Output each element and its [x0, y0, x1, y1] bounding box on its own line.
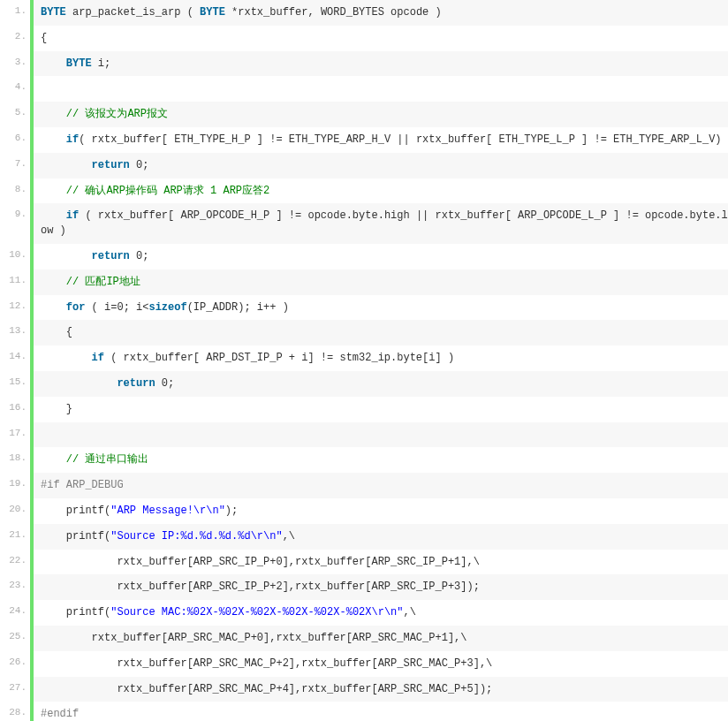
token-pl: ( rxtx_buffer[ ETH_TYPE_H_P ] != ETH_TYP… [79, 133, 721, 146]
token-pl [41, 159, 92, 171]
line-number: 3. [0, 51, 30, 77]
code-content[interactable]: rxtx_buffer[ARP_SRC_MAC_P+0],rxtx_buffer… [34, 626, 728, 651]
line-number: 22. [0, 550, 30, 575]
token-pl [41, 429, 47, 441]
code-content[interactable]: { [34, 26, 728, 51]
code-content[interactable]: if ( rxtx_buffer[ ARP_DST_IP_P + i] != s… [34, 345, 728, 371]
line-number: 13. [0, 320, 30, 345]
code-line: 10. return 0; [0, 244, 728, 269]
token-pl: rxtx_buffer[ARP_SRC_IP_P+0],rxtx_buffer[… [41, 556, 480, 568]
code-content[interactable]: BYTE i; [34, 51, 728, 77]
token-pl: ); [225, 505, 238, 517]
line-number: 9. [0, 203, 30, 244]
line-number: 26. [0, 651, 30, 677]
code-content[interactable]: printf("Source MAC:%02X-%02X-%02X-%02X-%… [34, 600, 728, 626]
token-st: "ARP Message!\r\n" [110, 505, 225, 517]
token-pl: ( i=0; i< [85, 301, 148, 314]
code-line: 22. rxtx_buffer[ARP_SRC_IP_P+0],rxtx_buf… [0, 550, 728, 575]
token-pl [41, 453, 66, 466]
code-content[interactable]: return 0; [34, 153, 728, 178]
token-pl [41, 352, 92, 364]
code-line: 12. for ( i=0; i<sizeof(IP_ADDR); i++ ) [0, 295, 728, 321]
code-line: 4. [0, 76, 728, 102]
code-content[interactable]: // 确认ARP操作码 ARP请求 1 ARP应答2 [34, 178, 728, 204]
token-pl: rxtx_buffer[ARP_SRC_MAC_P+4],rxtx_buffer… [41, 683, 492, 695]
code-line: 16. } [0, 397, 728, 422]
code-content[interactable]: rxtx_buffer[ARP_SRC_IP_P+0],rxtx_buffer[… [34, 550, 728, 575]
code-content[interactable]: { [34, 320, 728, 345]
line-number: 12. [0, 295, 30, 321]
token-pl: { [41, 326, 72, 338]
line-number: 18. [0, 447, 30, 473]
token-pl [41, 185, 66, 197]
token-kw: return [117, 377, 155, 390]
token-pl [41, 606, 66, 619]
code-content[interactable]: rxtx_buffer[ARP_SRC_IP_P+2],rxtx_buffer[… [34, 574, 728, 600]
code-line: 19.#if ARP_DEBUG [0, 473, 728, 498]
token-pl: 0; [155, 377, 175, 390]
token-fn: printf [66, 606, 104, 619]
token-pl: (IP_ADDR); i++ ) [187, 301, 289, 314]
code-content[interactable]: rxtx_buffer[ARP_SRC_MAC_P+4],rxtx_buffer… [34, 677, 728, 702]
token-kw: if [92, 352, 104, 364]
token-pl [41, 209, 66, 222]
line-number: 25. [0, 626, 30, 651]
code-line: 26. rxtx_buffer[ARP_SRC_MAC_P+2],rxtx_bu… [0, 651, 728, 677]
code-content[interactable]: rxtx_buffer[ARP_SRC_MAC_P+2],rxtx_buffer… [34, 651, 728, 677]
code-content[interactable]: if ( rxtx_buffer[ ARP_OPCODE_H_P ] != op… [34, 203, 728, 244]
token-pl [41, 377, 117, 390]
token-kw: for [66, 301, 86, 314]
line-number: 27. [0, 677, 30, 702]
code-content[interactable]: #if ARP_DEBUG [34, 473, 728, 498]
token-pp: #if ARP_DEBUG [41, 479, 124, 491]
code-content[interactable]: // 通过串口输出 [34, 447, 728, 473]
code-line: 15. return 0; [0, 371, 728, 397]
code-content[interactable] [34, 422, 728, 448]
token-kw: BYTE [200, 6, 225, 19]
code-content[interactable]: // 匹配IP地址 [34, 269, 728, 295]
code-line: 24. printf("Source MAC:%02X-%02X-%02X-%0… [0, 600, 728, 626]
line-number: 4. [0, 76, 30, 102]
code-content[interactable]: printf("ARP Message!\r\n"); [34, 498, 728, 524]
code-content[interactable]: if( rxtx_buffer[ ETH_TYPE_H_P ] != ETH_T… [34, 127, 728, 153]
code-content[interactable] [34, 76, 728, 102]
token-pl [41, 530, 66, 543]
code-line: 9. if ( rxtx_buffer[ ARP_OPCODE_H_P ] !=… [0, 203, 728, 244]
code-line: 1.BYTE arp_packet_is_arp ( BYTE *rxtx_bu… [0, 0, 728, 26]
line-number: 8. [0, 178, 30, 204]
code-content[interactable]: return 0; [34, 371, 728, 397]
token-pl [41, 133, 66, 146]
token-pl [41, 108, 66, 120]
line-number: 20. [0, 498, 30, 524]
token-pl [41, 57, 66, 70]
token-kw: BYTE [66, 57, 92, 70]
line-number: 24. [0, 600, 30, 626]
line-number: 5. [0, 102, 30, 127]
token-pl: ( rxtx_buffer[ ARP_OPCODE_H_P ] != opcod… [41, 209, 728, 237]
code-line: 5. // 该报文为ARP报文 [0, 102, 728, 127]
token-cm: // 确认ARP操作码 ARP请求 1 ARP应答2 [66, 185, 269, 197]
code-content[interactable]: return 0; [34, 244, 728, 269]
token-kw: return [92, 250, 130, 262]
token-pl: 0; [130, 159, 149, 171]
code-content[interactable]: printf("Source IP:%d.%d.%d.%d\r\n",\ [34, 524, 728, 550]
line-number: 14. [0, 345, 30, 371]
code-line: 13. { [0, 320, 728, 345]
code-line: 6. if( rxtx_buffer[ ETH_TYPE_H_P ] != ET… [0, 127, 728, 153]
token-pl: rxtx_buffer[ARP_SRC_MAC_P+2],rxtx_buffer… [41, 657, 492, 670]
line-number: 2. [0, 26, 30, 51]
line-number: 11. [0, 269, 30, 295]
code-content[interactable]: BYTE arp_packet_is_arp ( BYTE *rxtx_buff… [34, 0, 728, 26]
code-content[interactable]: } [34, 397, 728, 422]
code-content[interactable]: // 该报文为ARP报文 [34, 102, 728, 127]
line-number: 28. [0, 702, 30, 721]
code-line: 21. printf("Source IP:%d.%d.%d.%d\r\n",\ [0, 524, 728, 550]
token-pl: ( rxtx_buffer[ ARP_DST_IP_P + i] != stm3… [104, 352, 454, 364]
token-kw: if [66, 133, 79, 146]
token-kw: if [66, 209, 79, 222]
token-pl: 0; [130, 250, 149, 262]
line-number: 19. [0, 473, 30, 498]
code-line: 14. if ( rxtx_buffer[ ARP_DST_IP_P + i] … [0, 345, 728, 371]
code-content[interactable]: #endif [34, 702, 728, 721]
code-content[interactable]: for ( i=0; i<sizeof(IP_ADDR); i++ ) [34, 295, 728, 321]
